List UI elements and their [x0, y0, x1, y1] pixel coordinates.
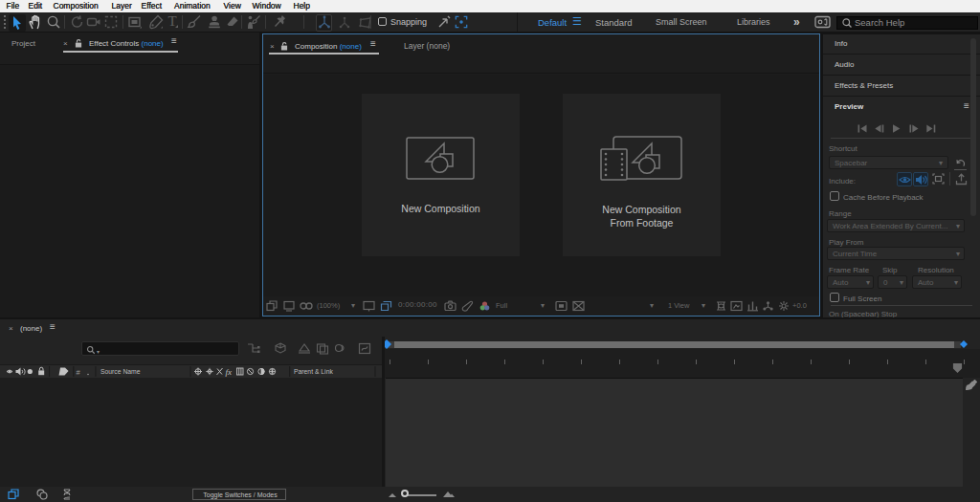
svg-text:#: # — [77, 368, 81, 377]
svg-text:Source Name: Source Name — [100, 368, 141, 375]
svg-text:fx: fx — [226, 367, 233, 377]
svg-text:Parent & Link: Parent & Link — [294, 368, 333, 375]
